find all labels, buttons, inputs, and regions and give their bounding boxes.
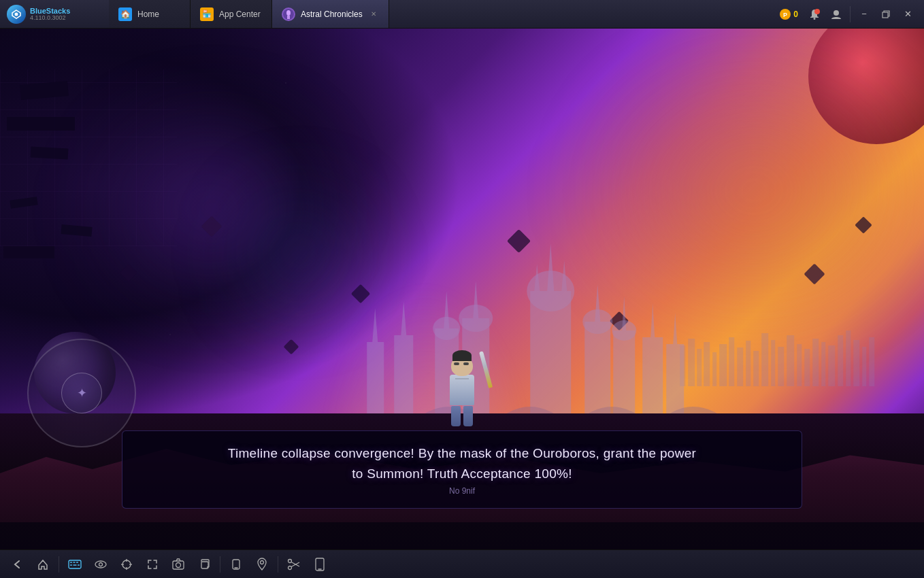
home-bottom-button[interactable]: [31, 553, 54, 576]
svg-rect-63: [76, 562, 78, 563]
svg-rect-12: [697, 349, 702, 386]
svg-rect-9: [882, 12, 888, 18]
char-leg-left: [451, 406, 461, 426]
fullscreen-icon: [146, 558, 159, 571]
astral-tab-icon: [282, 7, 295, 21]
points-badge[interactable]: P 0: [775, 8, 802, 20]
rotation-icon: [230, 558, 242, 571]
dialogue-box[interactable]: Timeline collapse convergence! By the ma…: [122, 430, 802, 509]
bluestacks-logo[interactable]: BlueStacks 4.110.0.3002: [0, 0, 109, 28]
restore-button[interactable]: [876, 5, 895, 24]
svg-rect-26: [812, 339, 819, 386]
restore-icon: [882, 10, 890, 18]
svg-rect-18: [746, 341, 750, 386]
app-center-tab-icon: 🏪: [200, 7, 214, 21]
bluestacks-version: 4.110.0.3002: [30, 15, 70, 22]
svg-rect-4: [287, 16, 290, 19]
svg-rect-61: [70, 562, 72, 563]
bluestacks-icon: [7, 5, 26, 24]
svg-marker-56: [650, 303, 655, 337]
back-button[interactable]: [5, 553, 29, 576]
svg-rect-11: [688, 339, 695, 386]
svg-rect-21: [771, 340, 775, 386]
svg-point-3: [286, 10, 291, 16]
svg-rect-64: [70, 564, 72, 566]
aim-button[interactable]: [115, 553, 138, 576]
svg-point-7: [814, 18, 816, 20]
astral-tab-close[interactable]: ✕: [368, 9, 379, 20]
multi-instance-button[interactable]: [193, 553, 216, 576]
home-icon: [37, 558, 49, 571]
profile-button[interactable]: [827, 5, 846, 24]
svg-rect-66: [78, 564, 80, 566]
app-center-tab-label: App Center: [219, 10, 261, 19]
svg-rect-14: [712, 352, 716, 386]
aim-icon: [120, 558, 133, 571]
points-value: 0: [793, 10, 798, 19]
home-tab-icon: 🏠: [118, 7, 132, 21]
phone-button[interactable]: [308, 553, 331, 576]
joystick-inner[interactable]: ✦: [61, 373, 102, 413]
notification-bell-button[interactable]: [805, 5, 824, 24]
bottom-sep-3: [278, 556, 278, 573]
svg-rect-19: [753, 351, 759, 386]
tab-home[interactable]: 🏠 Home: [109, 0, 191, 28]
location-button[interactable]: [250, 553, 274, 576]
keyboard-button[interactable]: [63, 553, 86, 576]
dialogue-line1: Timeline collapse convergence! By the ma…: [143, 443, 781, 463]
bottom-toolbar: [0, 549, 924, 578]
svg-point-68: [99, 562, 103, 566]
display-button[interactable]: [89, 553, 112, 576]
svg-rect-16: [729, 337, 734, 386]
svg-rect-30: [846, 330, 851, 386]
bottom-sep-1: [59, 556, 59, 573]
svg-point-75: [176, 563, 181, 568]
points-icon: P: [779, 8, 791, 20]
back-icon: [11, 558, 23, 571]
svg-rect-65: [73, 564, 77, 566]
svg-marker-36: [547, 243, 554, 291]
svg-rect-20: [761, 333, 768, 386]
svg-marker-58: [673, 313, 677, 344]
camera-icon: [171, 558, 185, 570]
svg-rect-32: [862, 347, 866, 386]
copy-icon: [198, 558, 210, 571]
debris-5: [3, 246, 54, 258]
scissors-button[interactable]: [282, 553, 306, 576]
character-body: [450, 375, 474, 405]
keyboard-icon: [68, 560, 82, 569]
svg-rect-13: [704, 342, 710, 386]
dialogue-line2: to Summon! Truth Acceptance 100%!: [143, 464, 781, 483]
joystick-control[interactable]: ✦: [27, 339, 136, 447]
debris-2: [7, 117, 75, 131]
character-legs: [451, 406, 473, 426]
titlebar-sep1: [850, 6, 851, 22]
profile-icon: [830, 8, 842, 20]
svg-point-81: [288, 566, 292, 569]
scissors-icon: [287, 558, 301, 571]
bottom-sep-2: [220, 556, 220, 573]
svg-rect-28: [828, 345, 835, 386]
notification-dot: [814, 9, 820, 14]
rotation-button[interactable]: [225, 553, 248, 576]
screenshot-button[interactable]: [167, 553, 190, 576]
display-icon: [94, 559, 108, 570]
tab-app-center[interactable]: 🏪 App Center: [191, 0, 272, 28]
svg-marker-44: [444, 291, 449, 328]
svg-rect-17: [737, 347, 743, 386]
svg-rect-22: [778, 347, 784, 386]
game-viewport[interactable]: ✦ Timeline collapse convergence! By the …: [0, 29, 924, 549]
dialogue-subtext: No 9nif: [143, 486, 781, 496]
tab-astral-chronicles[interactable]: Astral Chronicles ✕: [272, 0, 389, 28]
location-icon: [257, 558, 267, 571]
fullscreen-button[interactable]: [141, 553, 164, 576]
character-head: [451, 356, 473, 376]
bluestacks-text: BlueStacks 4.110.0.3002: [30, 7, 70, 22]
svg-rect-23: [787, 335, 794, 386]
window-controls-area: P 0 −: [768, 0, 924, 28]
svg-rect-27: [821, 342, 825, 386]
svg-rect-33: [869, 337, 874, 386]
svg-rect-15: [719, 344, 727, 386]
close-button[interactable]: ✕: [898, 5, 917, 24]
minimize-button[interactable]: −: [855, 5, 874, 24]
